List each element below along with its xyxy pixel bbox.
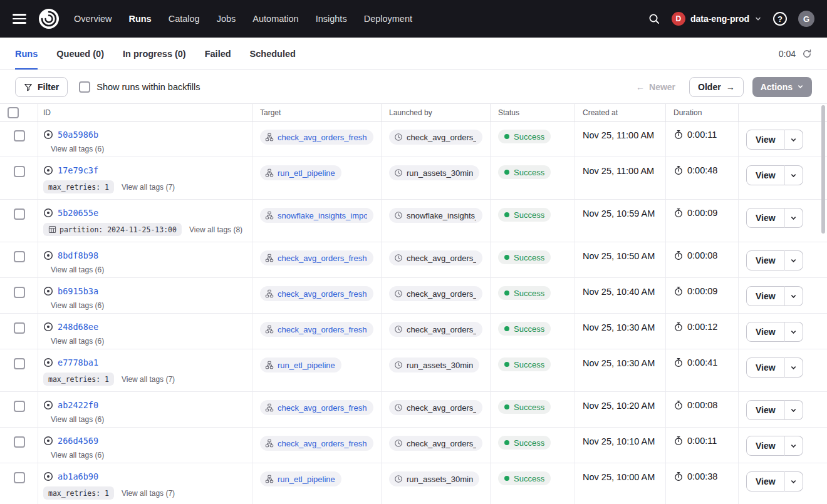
view-dropdown-button[interactable]: [784, 322, 803, 342]
user-avatar[interactable]: G: [798, 11, 814, 27]
row-checkbox[interactable]: [14, 472, 25, 483]
row-checkbox[interactable]: [14, 166, 25, 177]
launched-by-pill[interactable]: run_assets_30min: [389, 165, 479, 180]
nav-item-catalog[interactable]: Catalog: [169, 14, 200, 24]
help-icon[interactable]: ?: [773, 12, 787, 26]
view-dropdown-button[interactable]: [784, 250, 803, 270]
chevron-down-icon: [790, 364, 797, 371]
filter-button[interactable]: Filter: [15, 77, 68, 97]
show-backfills-toggle[interactable]: Show runs within backfills: [79, 81, 200, 93]
view-all-tags-link[interactable]: View all tags (6): [51, 451, 104, 460]
row-checkbox[interactable]: [14, 436, 25, 448]
launched-by-pill[interactable]: check_avg_orders_f…: [389, 130, 482, 145]
view-all-tags-link[interactable]: View all tags (7): [122, 489, 175, 498]
deployment-switcher[interactable]: D data-eng-prod: [672, 12, 762, 26]
view-dropdown-button[interactable]: [784, 286, 803, 306]
run-id-link[interactable]: e7778ba1: [58, 357, 98, 368]
row-checkbox[interactable]: [14, 322, 25, 334]
row-checkbox[interactable]: [14, 287, 25, 298]
tab-queued[interactable]: Queued (0): [56, 38, 104, 69]
nav-item-automation[interactable]: Automation: [252, 14, 298, 24]
view-button[interactable]: View: [746, 436, 785, 456]
view-all-tags-link[interactable]: View all tags (7): [122, 375, 175, 384]
view-dropdown-button[interactable]: [784, 436, 803, 456]
target-pill[interactable]: run_etl_pipeline: [260, 471, 341, 486]
launched-by-pill[interactable]: check_avg_orders_f…: [389, 400, 482, 415]
row-checkbox[interactable]: [14, 401, 25, 412]
view-all-tags-link[interactable]: View all tags (8): [189, 225, 242, 234]
view-dropdown-button[interactable]: [784, 357, 803, 378]
search-icon[interactable]: [648, 13, 660, 25]
view-dropdown-button[interactable]: [784, 400, 803, 420]
view-button[interactable]: View: [746, 165, 785, 185]
launched-by-pill[interactable]: run_assets_30min: [389, 471, 479, 486]
view-button[interactable]: View: [746, 357, 785, 378]
job-icon: [265, 403, 274, 412]
view-button[interactable]: View: [746, 471, 785, 491]
view-button[interactable]: View: [746, 400, 785, 420]
nav-item-jobs[interactable]: Jobs: [217, 14, 236, 24]
target-pill[interactable]: snowflake_insights_import: [260, 208, 373, 223]
run-id-link[interactable]: 5b20655e: [58, 208, 98, 218]
view-button[interactable]: View: [746, 250, 785, 270]
row-checkbox[interactable]: [14, 130, 25, 141]
run-id-link[interactable]: 248d68ee: [58, 322, 98, 332]
hamburger-menu-icon[interactable]: [13, 14, 26, 24]
view-all-tags-link[interactable]: View all tags (6): [51, 265, 104, 274]
view-dropdown-button[interactable]: [784, 165, 803, 185]
older-button[interactable]: Older →: [689, 77, 744, 97]
launched-by-pill[interactable]: snowflake_insights_…: [389, 208, 482, 223]
view-dropdown-button[interactable]: [784, 130, 803, 150]
vertical-scrollbar[interactable]: [821, 105, 825, 234]
row-checkbox[interactable]: [14, 251, 25, 262]
view-button[interactable]: View: [746, 130, 785, 150]
launched-by-pill[interactable]: check_avg_orders_f…: [389, 436, 482, 451]
view-button[interactable]: View: [746, 286, 785, 306]
target-pill[interactable]: check_avg_orders_freshne: [260, 322, 373, 337]
actions-button[interactable]: Actions: [752, 77, 812, 97]
nav-item-runs[interactable]: Runs: [128, 14, 151, 24]
refresh-icon[interactable]: [802, 49, 812, 59]
view-all-tags-link[interactable]: View all tags (6): [51, 145, 104, 153]
run-id-link[interactable]: 17e79c3f: [58, 165, 98, 175]
target-pill[interactable]: check_avg_orders_freshne: [260, 130, 373, 145]
target-pill[interactable]: check_avg_orders_freshne: [260, 436, 373, 451]
run-id-link[interactable]: b6915b3a: [58, 286, 98, 296]
run-id-link[interactable]: 50a5986b: [58, 130, 98, 140]
view-all-tags-link[interactable]: View all tags (7): [122, 183, 175, 192]
tab-failed[interactable]: Failed: [205, 38, 231, 69]
view-button[interactable]: View: [746, 322, 785, 342]
nav-item-overview[interactable]: Overview: [74, 14, 112, 24]
target-pill[interactable]: run_etl_pipeline: [260, 357, 341, 373]
select-all-checkbox[interactable]: [8, 107, 19, 118]
status-label: Success: [514, 360, 544, 369]
view-dropdown-button[interactable]: [784, 471, 803, 491]
tab-in-progress[interactable]: In progress (0): [123, 38, 186, 69]
row-checkbox[interactable]: [14, 208, 25, 220]
tab-scheduled[interactable]: Scheduled: [250, 38, 296, 69]
nav-item-deployment[interactable]: Deployment: [364, 14, 412, 24]
run-id-link[interactable]: ab2422f0: [58, 400, 98, 410]
view-button[interactable]: View: [746, 208, 785, 228]
target-pill[interactable]: check_avg_orders_freshne: [260, 286, 373, 301]
run-id-link[interactable]: ab1a6b90: [58, 471, 98, 481]
tab-runs[interactable]: Runs: [15, 38, 38, 69]
show-backfills-checkbox[interactable]: [79, 81, 90, 93]
target-pill[interactable]: check_avg_orders_freshne: [260, 400, 373, 415]
launched-by-pill[interactable]: check_avg_orders_f…: [389, 322, 482, 337]
row-checkbox[interactable]: [14, 358, 25, 369]
run-id-link[interactable]: 8bdf8b98: [58, 250, 98, 260]
view-all-tags-link[interactable]: View all tags (6): [51, 415, 104, 424]
view-all-tags-link[interactable]: View all tags (6): [51, 301, 104, 310]
nav-item-insights[interactable]: Insights: [316, 14, 347, 24]
target-pill[interactable]: check_avg_orders_freshne: [260, 250, 373, 265]
launched-by-pill[interactable]: run_assets_30min: [389, 357, 479, 373]
target-pill[interactable]: run_etl_pipeline: [260, 165, 341, 180]
dagster-logo[interactable]: [38, 8, 60, 30]
view-dropdown-button[interactable]: [784, 208, 803, 228]
launched-by-pill[interactable]: check_avg_orders_f…: [389, 286, 482, 301]
run-id-link[interactable]: 266d4569: [58, 436, 98, 446]
newer-button[interactable]: ← Newer: [631, 77, 680, 97]
launched-by-pill[interactable]: check_avg_orders_f…: [389, 250, 482, 265]
view-all-tags-link[interactable]: View all tags (6): [51, 337, 104, 346]
